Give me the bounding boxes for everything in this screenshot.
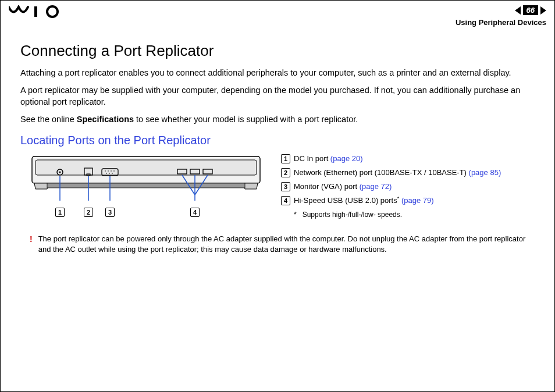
subheading: Locating Ports on the Port Replicator xyxy=(20,134,535,147)
svg-rect-3 xyxy=(35,160,257,175)
svg-point-11 xyxy=(108,170,109,172)
text-segment: DC In port xyxy=(294,154,330,163)
page-link[interactable]: (page 79) xyxy=(401,196,434,205)
warning-note: ! The port replicator can be powered onl… xyxy=(30,234,535,255)
legend-num-4: 4 xyxy=(281,196,290,205)
diagram-column: 1 2 3 4 xyxy=(30,153,268,219)
paragraph-1: Attaching a port replicator enables you … xyxy=(20,67,535,79)
footnote: *Supports high-/full-/low- speeds. xyxy=(294,209,535,220)
legend-text-2: Network (Ethernet) port (100BASE-TX / 10… xyxy=(294,167,501,179)
svg-point-10 xyxy=(105,170,106,172)
page-content: Connecting a Port Replicator Attaching a… xyxy=(1,29,554,255)
callout-1: 1 xyxy=(55,208,65,217)
text-segment: See the online xyxy=(20,115,77,124)
page-title: Connecting a Port Replicator xyxy=(20,42,535,60)
page-link[interactable]: (page 20) xyxy=(330,154,363,163)
warning-text: The port replicator can be powered only … xyxy=(38,234,535,255)
legend-num-3: 3 xyxy=(281,182,290,191)
svg-point-14 xyxy=(106,173,107,174)
legend-item-2: 2 Network (Ethernet) port (100BASE-TX / … xyxy=(281,167,535,179)
page-navigator: 66 xyxy=(515,5,546,15)
footnote-star: * xyxy=(294,211,297,219)
vaio-logo-icon xyxy=(9,5,62,18)
next-page-icon[interactable] xyxy=(540,6,546,15)
legend-text-4: Hi-Speed USB (USB 2.0) ports* (page 79) xyxy=(294,195,434,206)
page-number: 66 xyxy=(523,5,538,15)
callout-2: 2 xyxy=(84,208,93,217)
diagram-and-legend: 1 2 3 4 1 DC In port (page 20) 2 Network… xyxy=(30,153,535,220)
legend-item-1: 1 DC In port (page 20) xyxy=(281,153,535,165)
callout-3: 3 xyxy=(105,208,115,217)
svg-rect-0 xyxy=(34,6,37,17)
legend-item-3: 3 Monitor (VGA) port (page 72) xyxy=(281,181,535,193)
page-link[interactable]: (page 85) xyxy=(469,168,501,177)
paragraph-3: See the online Specifications to see whe… xyxy=(20,113,535,125)
text-segment: Network (Ethernet) port (100BASE-TX / 10… xyxy=(294,168,469,177)
specifications-term: Specifications xyxy=(77,115,134,124)
svg-rect-4 xyxy=(47,183,245,188)
text-segment: Monitor (VGA) port xyxy=(294,182,360,191)
svg-point-12 xyxy=(111,170,112,172)
text-segment: to see whether your model is supplied wi… xyxy=(134,115,358,124)
legend-text-1: DC In port (page 20) xyxy=(294,153,363,165)
svg-point-6 xyxy=(59,171,61,173)
prev-page-icon[interactable] xyxy=(515,6,521,15)
page-header: 66 Using Peripheral Devices xyxy=(1,1,554,29)
legend-column: 1 DC In port (page 20) 2 Network (Ethern… xyxy=(281,153,535,220)
port-replicator-diagram xyxy=(30,153,262,205)
svg-point-13 xyxy=(113,170,115,172)
text-segment: Hi-Speed USB (USB 2.0) ports xyxy=(294,196,397,205)
svg-point-1 xyxy=(47,6,58,17)
legend-num-2: 2 xyxy=(281,168,290,177)
pager-area: 66 Using Peripheral Devices xyxy=(456,5,546,27)
legend-num-1: 1 xyxy=(281,154,290,163)
warning-icon: ! xyxy=(30,234,33,255)
page-link[interactable]: (page 72) xyxy=(360,182,392,191)
svg-point-16 xyxy=(112,173,113,174)
footnote-text: Supports high-/full-/low- speeds. xyxy=(303,211,402,219)
legend-item-4: 4 Hi-Speed USB (USB 2.0) ports* (page 79… xyxy=(281,195,535,206)
legend-text-3: Monitor (VGA) port (page 72) xyxy=(294,181,392,193)
section-label: Using Peripheral Devices xyxy=(456,18,546,27)
svg-point-15 xyxy=(109,173,110,174)
callout-4: 4 xyxy=(190,208,200,217)
paragraph-2: A port replicator may be supplied with y… xyxy=(20,84,535,108)
